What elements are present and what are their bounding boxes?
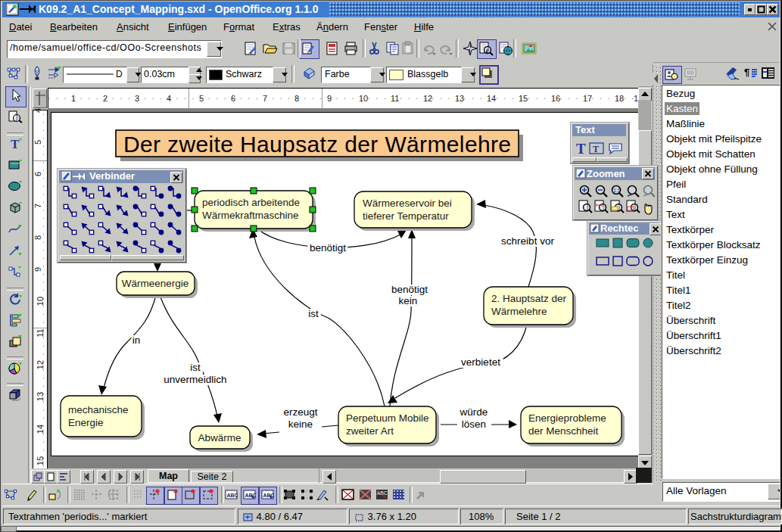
svg-text:D: D bbox=[116, 69, 123, 79]
svg-text:Wärmekraftmaschine: Wärmekraftmaschine bbox=[202, 210, 299, 221]
svg-text:keine: keine bbox=[288, 418, 313, 430]
svg-text:verbietet: verbietet bbox=[461, 356, 500, 368]
svg-text:1:1: 1:1 bbox=[613, 188, 621, 193]
svg-text:Wärmelehre: Wärmelehre bbox=[491, 306, 547, 317]
svg-text:¶: ¶ bbox=[744, 67, 749, 78]
svg-text:zweiter Art: zweiter Art bbox=[346, 425, 394, 437]
svg-text:unvermeidlich: unvermeidlich bbox=[164, 374, 226, 385]
svg-text:ABC: ABC bbox=[227, 493, 238, 498]
svg-text:in: in bbox=[132, 334, 141, 346]
svg-text:ABC: ABC bbox=[245, 493, 257, 498]
svg-text:kein: kein bbox=[399, 295, 418, 306]
svg-text:würde: würde bbox=[460, 406, 488, 418]
svg-text:benötigt: benötigt bbox=[310, 242, 346, 254]
svg-text:ist: ist bbox=[190, 362, 201, 373]
svg-text:periodisch arbeitende: periodisch arbeitende bbox=[202, 197, 300, 208]
svg-text:ist: ist bbox=[308, 308, 319, 319]
svg-text:tieferer Temperatur: tieferer Temperatur bbox=[363, 210, 449, 222]
svg-text:T: T bbox=[593, 144, 599, 154]
svg-text:Wärmereservoir bei: Wärmereservoir bei bbox=[363, 198, 452, 209]
svg-text:2. Hauptsatz der: 2. Hauptsatz der bbox=[491, 293, 567, 304]
svg-text:Energie: Energie bbox=[68, 417, 104, 428]
svg-text:der Menschheit: der Menschheit bbox=[528, 425, 599, 437]
svg-text:Perpetuum Mobile: Perpetuum Mobile bbox=[346, 412, 429, 424]
svg-text:Abwärme: Abwärme bbox=[198, 432, 241, 443]
svg-text:Wärmeenergie: Wärmeenergie bbox=[122, 278, 189, 289]
svg-text:mechanische: mechanische bbox=[68, 404, 129, 415]
svg-text:T: T bbox=[11, 137, 20, 151]
svg-text:schreibt vor: schreibt vor bbox=[501, 235, 554, 247]
svg-text:benötigt: benötigt bbox=[391, 284, 428, 295]
svg-text:Der zweite Haupsatz der Wärmel: Der zweite Haupsatz der Wärmelehre bbox=[123, 132, 511, 157]
svg-text:Energieprobleme: Energieprobleme bbox=[528, 412, 606, 424]
svg-text:erzeugt: erzeugt bbox=[283, 406, 317, 418]
svg-text:lösen: lösen bbox=[462, 418, 486, 430]
svg-text:ABC: ABC bbox=[263, 493, 275, 498]
svg-text:T: T bbox=[576, 141, 586, 157]
